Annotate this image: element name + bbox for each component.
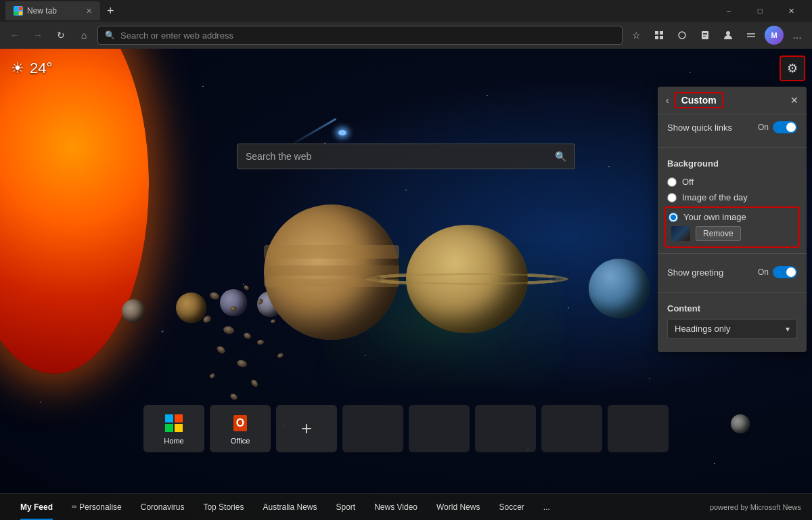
close-button[interactable]: ✕ (775, 0, 807, 22)
content-dropdown[interactable]: Headings only ▾ (667, 319, 797, 339)
browser-content: ☀ 24° 🔍 Home O (0, 49, 812, 520)
tab-area: New tab ✕ + (5, 1, 708, 20)
news-item-sport[interactable]: Sport (326, 494, 365, 520)
quick-link-home-label: Home (164, 437, 183, 445)
greeting-switch[interactable] (773, 266, 797, 278)
custom-settings-panel: ‹ Custom ✕ Show quick links On Backgroun… (658, 87, 807, 352)
search-input[interactable] (246, 151, 549, 162)
settings-gear-button[interactable]: ⚙ (780, 56, 805, 81)
svg-rect-14 (165, 414, 173, 422)
address-search-icon: 🔍 (105, 30, 115, 40)
search-container: 🔍 (237, 144, 575, 169)
edit-icon: ✏ (72, 503, 77, 511)
planet-small-1 (122, 299, 145, 323)
favorites-icon[interactable]: ☆ (627, 26, 646, 45)
home-button[interactable]: ⌂ (74, 26, 93, 45)
news-item-coronavirus[interactable]: Coronavirus (131, 494, 194, 520)
panel-back-button[interactable]: ‹ (666, 95, 669, 106)
news-bar: My Feed ✏ Personalise Coronavirus Top St… (0, 493, 812, 520)
window-controls: − □ ✕ (713, 0, 807, 22)
svg-rect-17 (175, 424, 183, 432)
maximize-button[interactable]: □ (744, 0, 775, 22)
svg-rect-15 (175, 414, 183, 422)
background-off-option[interactable]: Off (658, 174, 807, 190)
panel-title: Custom (675, 92, 723, 108)
quick-links-toggle: On (758, 121, 797, 133)
comet-decoration (338, 130, 346, 135)
quick-links-section: Show quick links On (658, 114, 807, 142)
back-button[interactable]: ← (5, 26, 24, 45)
collections-icon[interactable] (650, 26, 669, 45)
windows-logo-icon (163, 412, 185, 434)
panel-close-button[interactable]: ✕ (790, 95, 798, 106)
titlebar: New tab ✕ + − □ ✕ (0, 0, 812, 22)
chevron-down-icon: ▾ (786, 324, 790, 334)
svg-point-13 (726, 31, 730, 35)
add-quick-link-button[interactable]: + (276, 405, 337, 452)
svg-rect-0 (14, 7, 18, 10)
quick-links-switch[interactable] (773, 121, 797, 133)
svg-rect-7 (660, 36, 663, 39)
background-section-title: Background (658, 153, 807, 169)
svg-rect-11 (703, 35, 707, 35)
more-button[interactable]: … (788, 26, 807, 45)
svg-rect-5 (660, 31, 663, 35)
svg-rect-2 (14, 12, 18, 15)
svg-rect-6 (655, 36, 658, 39)
news-item-newsvideo[interactable]: News Video (365, 494, 427, 520)
active-tab[interactable]: New tab ✕ (5, 1, 100, 20)
address-bar[interactable]: 🔍 Search or enter web address (97, 26, 623, 45)
svg-rect-1 (19, 7, 22, 10)
background-ownimage-option[interactable]: Your own image (669, 211, 796, 223)
news-item-australianews[interactable]: Australia News (253, 494, 326, 520)
greeting-state: On (758, 267, 769, 277)
browser-toolbar: ← → ↻ ⌂ 🔍 Search or enter web address ☆ … (0, 22, 812, 49)
extensions-icon[interactable] (742, 26, 761, 45)
content-dropdown-value: Headings only (675, 324, 730, 334)
quick-links-row: Show quick links On (667, 121, 797, 133)
remove-image-button[interactable]: Remove (696, 226, 741, 241)
greeting-toggle: On (758, 266, 797, 278)
new-tab-button[interactable]: + (103, 4, 118, 18)
empty-quick-link-2 (409, 405, 470, 452)
weather-widget: ☀ 24° (11, 60, 52, 77)
close-tab-button[interactable]: ✕ (86, 7, 92, 16)
blue-planet (589, 259, 650, 318)
empty-quick-link-4 (541, 405, 602, 452)
quick-links-state: On (758, 123, 769, 132)
weather-temperature: 24° (30, 60, 52, 77)
news-item-myfeed[interactable]: My Feed (11, 494, 62, 520)
news-item-more[interactable]: ... (534, 494, 560, 520)
svg-rect-10 (703, 33, 707, 34)
quick-link-office[interactable]: O Office (210, 405, 271, 452)
news-item-topstories[interactable]: Top Stories (194, 494, 253, 520)
image-preview-row: Remove (669, 223, 796, 244)
forward-button[interactable]: → (28, 26, 47, 45)
news-item-soccer[interactable]: Soccer (489, 494, 533, 520)
office-logo-icon: O (229, 412, 251, 434)
news-item-personalise[interactable]: ✏ Personalise (62, 494, 131, 520)
background-imageofday-option[interactable]: Image of the day (658, 190, 807, 205)
address-placeholder: Search or enter web address (120, 30, 233, 41)
profile-avatar[interactable]: M (765, 26, 784, 45)
account-icon[interactable] (719, 26, 738, 45)
content-section-title: Content (658, 298, 807, 313)
background-off-label: Off (682, 177, 694, 187)
greeting-section: Show greeting On (658, 259, 807, 286)
panel-header: ‹ Custom ✕ (658, 87, 807, 114)
minimize-button[interactable]: − (713, 0, 744, 22)
weather-icon: ☀ (11, 60, 24, 77)
svg-rect-12 (703, 36, 706, 37)
divider-2 (658, 253, 807, 254)
news-item-worldnews[interactable]: World News (427, 494, 489, 520)
moon-planet (731, 414, 750, 433)
svg-text:O: O (236, 417, 244, 429)
reading-list-icon[interactable] (696, 26, 715, 45)
search-button[interactable]: 🔍 (555, 151, 566, 162)
search-box[interactable]: 🔍 (237, 144, 575, 169)
quick-link-office-label: Office (231, 437, 250, 445)
pin-icon[interactable] (673, 26, 692, 45)
quick-link-home[interactable]: Home (143, 405, 204, 452)
refresh-button[interactable]: ↻ (51, 26, 70, 45)
svg-point-8 (679, 32, 685, 39)
